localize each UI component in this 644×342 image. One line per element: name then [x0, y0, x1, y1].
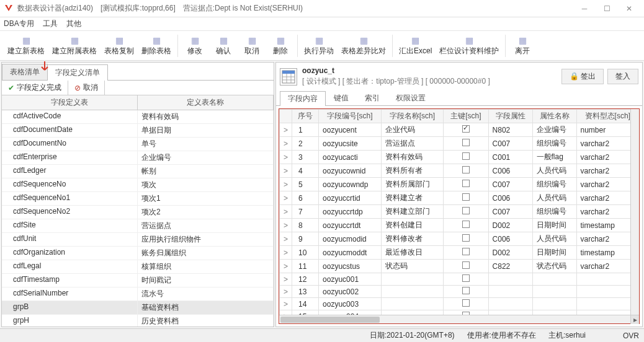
col-header[interactable]: 主键[sch]: [444, 110, 489, 123]
toolbar-del[interactable]: ▦删除: [266, 33, 295, 58]
vertical-scrollbar[interactable]: [630, 109, 639, 315]
pk-checkbox[interactable]: [462, 207, 470, 214]
pk-checkbox[interactable]: [462, 234, 470, 242]
cell-seq: 15: [292, 310, 319, 315]
table-row[interactable]: >11oozyucstus状态码C822状态代码varchar2: [280, 260, 639, 273]
left-row[interactable]: cdfLedger帐别: [2, 165, 274, 178]
pk-checkbox[interactable]: [462, 248, 470, 255]
horizontal-scrollbar[interactable]: ▸: [279, 315, 639, 323]
maximize-button[interactable]: ☐: [596, 0, 618, 17]
left-row[interactable]: grpB基础资料档: [2, 301, 274, 315]
menu-工具[interactable]: 工具: [43, 19, 58, 29]
toolbar-edit[interactable]: ▦修改: [181, 33, 209, 58]
left-cell-id: cdfOrganization: [2, 247, 138, 260]
right-tab-0[interactable]: 字段内容: [280, 91, 326, 106]
pk-checkbox[interactable]: [462, 299, 470, 307]
table-row[interactable]: >12oozyuc001: [280, 273, 639, 286]
table-row[interactable]: >2oozyucsite营运据点C007组织编号varchar2: [280, 137, 639, 151]
field-def-cancel-button[interactable]: ⊘取消: [68, 81, 105, 95]
left-row[interactable]: cdfSerialNumber流水号: [2, 287, 274, 301]
toolbar-colmaint[interactable]: ▦栏位设计资料维护: [436, 33, 503, 58]
scroll-right-button[interactable]: ▸: [630, 315, 639, 324]
left-row[interactable]: cdfTimestamp时间戳记: [2, 274, 274, 287]
col-header[interactable]: 字段名称[sch]: [381, 110, 443, 123]
cell-seq: 11: [292, 260, 319, 273]
close-button[interactable]: ✕: [618, 0, 640, 17]
toolbar-exec[interactable]: ▦执行异动: [300, 33, 338, 58]
table-row[interactable]: >15oozyuc004: [280, 310, 639, 315]
exec-icon: ▦: [315, 35, 323, 46]
right-tab-2[interactable]: 索引: [357, 90, 388, 105]
col-header[interactable]: 序号: [292, 110, 319, 123]
left-row[interactable]: cdfSequenceNo2项次2: [2, 206, 274, 219]
toolbar-subtable[interactable]: ▦建立附属表格: [48, 33, 101, 58]
left-row[interactable]: cdfUnit应用执行组织物件: [2, 233, 274, 247]
cell-id: oozyucmoddt: [319, 246, 382, 260]
table-row[interactable]: >9oozyucmodid资料修改者C006人员代码varchar2: [280, 232, 639, 246]
right-tab-3[interactable]: 权限设置: [388, 90, 434, 105]
row-marker: >: [280, 191, 292, 205]
table-row[interactable]: >10oozyucmoddt最近修改日D002日期时间timestamp: [280, 246, 639, 260]
left-row[interactable]: cdfSequenceNo1项次1: [2, 192, 274, 206]
left-tab-1[interactable]: 字段定义清单: [47, 64, 108, 81]
right-grid[interactable]: 序号字段编号[sch]字段名称[sch]主键[sch]字段属性属性名称资料型态[…: [279, 109, 639, 315]
cell-attr: C006: [488, 232, 532, 246]
left-row[interactable]: cdfOrganization账务归属组织: [2, 247, 274, 260]
pk-checkbox[interactable]: [462, 180, 470, 187]
left-cell-name: 应用执行组织物件: [138, 233, 274, 246]
pk-checkbox[interactable]: [462, 166, 470, 173]
table-row[interactable]: >8oozyuccrtdt资料创建日D002日期时间timestamp: [280, 219, 639, 232]
toolbar-excel[interactable]: ▦汇出Excel: [395, 33, 436, 58]
table-row[interactable]: >4oozyucownid资料所有者C006人员代码varchar2: [280, 164, 639, 178]
table-row[interactable]: >5oozyucowndp资料所属部门C007组织编号varchar2: [280, 178, 639, 191]
left-row[interactable]: cdfActiveCode资料有效码: [2, 110, 274, 124]
pk-checkbox[interactable]: [462, 193, 470, 201]
menu-DBA专用[interactable]: DBA专用: [4, 19, 34, 29]
toolbar-delete[interactable]: ▦删除表格: [138, 33, 175, 58]
scrollbar-thumb[interactable]: [280, 317, 380, 323]
left-pane: 表格清单字段定义清单 ✔字段定义完成 ⊘取消 字段定义表 定义表名称 cdfAc…: [1, 62, 274, 327]
table-row[interactable]: >6oozyuccrtid资料建立者C006人员代码varchar2: [280, 191, 639, 205]
toolbar-ok[interactable]: ▦确认: [209, 33, 238, 58]
pk-checkbox[interactable]: [462, 261, 470, 269]
table-row[interactable]: >3oozyucacti资料有效码C001一般flagvarchar2: [280, 151, 639, 164]
pk-checkbox[interactable]: [462, 221, 470, 228]
col-header[interactable]: 字段属性: [488, 110, 532, 123]
table-row[interactable]: >7oozyuccrtdp资料建立部门C007组织编号varchar2: [280, 205, 639, 219]
pk-checkbox[interactable]: [462, 139, 470, 146]
toolbar-diff[interactable]: ▦表格差异比对: [338, 33, 390, 58]
field-def-done-button[interactable]: ✔字段定义完成: [2, 81, 68, 95]
col-header[interactable]: 字段编号[sch]: [319, 110, 382, 123]
pk-checkbox[interactable]: [462, 274, 470, 282]
col-header[interactable]: 资料型态[sch]: [576, 110, 639, 123]
cell-id: oozyuc004: [319, 310, 382, 315]
col-header[interactable]: 属性名称: [532, 110, 576, 123]
pk-checkbox[interactable]: [462, 125, 470, 133]
cell-seq: 10: [292, 246, 319, 260]
left-grid-body[interactable]: cdfActiveCode资料有效码cdfDocumentDate单据日期cdf…: [2, 110, 274, 327]
checkin-button[interactable]: 签入: [607, 69, 638, 84]
toolbar-copy[interactable]: ▦表格复制: [101, 33, 138, 58]
left-tab-0[interactable]: 表格清单: [2, 64, 48, 80]
cell-id: oozyuccrtdt: [319, 219, 382, 232]
minimize-button[interactable]: ─: [573, 0, 596, 17]
left-row[interactable]: cdfDocumentNo单号: [2, 138, 274, 151]
checkout-button[interactable]: 🔒 签出: [561, 69, 604, 84]
table-row[interactable]: >14oozyuc003: [280, 298, 639, 310]
left-cell-id: cdfDocumentNo: [2, 138, 138, 151]
table-row[interactable]: >1oozyucent企业代码N802企业编号number: [280, 123, 639, 137]
left-row[interactable]: grpH历史资料档: [2, 315, 274, 327]
left-row[interactable]: cdfLegal核算组织: [2, 260, 274, 274]
pk-checkbox[interactable]: [462, 152, 470, 160]
left-row[interactable]: cdfDocumentDate单据日期: [2, 124, 274, 138]
toolbar-leave[interactable]: ▦离开: [508, 33, 537, 58]
toolbar-cancel[interactable]: ▦取消: [238, 33, 266, 58]
right-tab-1[interactable]: 键值: [326, 90, 357, 105]
pk-checkbox[interactable]: [462, 287, 470, 294]
table-row[interactable]: >13oozyuc002: [280, 286, 639, 298]
menu-其他[interactable]: 其他: [66, 19, 81, 29]
toolbar-new-table[interactable]: ▦建立新表格: [4, 33, 48, 58]
left-row[interactable]: cdfSite营运据点: [2, 219, 274, 233]
left-row[interactable]: cdfEnterprise企业编号: [2, 151, 274, 165]
left-row[interactable]: cdfSequenceNo项次: [2, 178, 274, 192]
